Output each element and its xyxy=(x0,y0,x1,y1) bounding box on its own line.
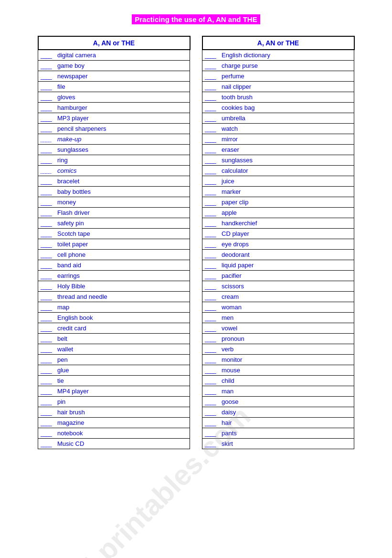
list-item: Music CD xyxy=(38,439,190,449)
list-item: bracelet xyxy=(38,176,190,187)
list-item: mirror xyxy=(202,134,354,145)
list-item: newspaper xyxy=(38,71,190,82)
list-item: Holy Bible xyxy=(38,281,190,292)
list-item: MP3 player xyxy=(38,113,190,124)
list-item: handkerchief xyxy=(202,218,354,229)
list-item: pencil sharpeners xyxy=(38,124,190,134)
list-item: eraser xyxy=(202,145,354,155)
list-item: cream xyxy=(202,292,354,302)
list-item: juice xyxy=(202,176,354,187)
list-item: map xyxy=(38,302,190,313)
left-table: A, AN or THE digital cameragame boynewsp… xyxy=(38,36,191,449)
list-item: cell phone xyxy=(38,250,190,260)
list-item: eye drops xyxy=(202,239,354,250)
list-item: pacifier xyxy=(202,271,354,281)
list-item: calculator xyxy=(202,166,354,176)
list-item: MP4 player xyxy=(38,386,190,397)
list-item: toilet paper xyxy=(38,239,190,250)
list-item: hair brush xyxy=(38,407,190,418)
list-item: pronoun xyxy=(202,334,354,344)
list-item: CD player xyxy=(202,229,354,239)
list-item: digital camera xyxy=(38,50,190,61)
list-item: scissors xyxy=(202,281,354,292)
list-item: woman xyxy=(202,302,354,313)
list-item: magazine xyxy=(38,418,190,428)
list-item: thread and needle xyxy=(38,292,190,302)
list-item: tie xyxy=(38,376,190,386)
list-item: skirt xyxy=(202,439,354,449)
list-item: hamburger xyxy=(38,103,190,113)
list-item: child xyxy=(202,376,354,386)
list-item: verb xyxy=(202,344,354,355)
list-item: perfume xyxy=(202,71,354,82)
list-item: tooth brush xyxy=(202,92,354,103)
list-item: deodorant xyxy=(202,250,354,260)
list-item: file xyxy=(38,82,190,92)
list-item: belt xyxy=(38,334,190,344)
list-item: cookies bag xyxy=(202,103,354,113)
tables-container: A, AN or THE digital cameragame boynewsp… xyxy=(14,36,378,449)
list-item: marker xyxy=(202,187,354,197)
list-item: hair xyxy=(202,418,354,428)
list-item: man xyxy=(202,386,354,397)
right-table: A, AN or THE English dictionarycharge pu… xyxy=(202,36,355,449)
list-item: charge purse xyxy=(202,61,354,71)
list-item: goose xyxy=(202,397,354,407)
list-item: wallet xyxy=(38,344,190,355)
list-item: game boy xyxy=(38,61,190,71)
list-item: safety pin xyxy=(38,218,190,229)
list-item: make-up xyxy=(38,134,190,145)
list-item: Flash driver xyxy=(38,208,190,218)
list-item: credit card xyxy=(38,323,190,334)
list-item: sunglasses xyxy=(38,145,190,155)
list-item: apple xyxy=(202,208,354,218)
list-item: men xyxy=(202,313,354,323)
list-item: watch xyxy=(202,124,354,134)
list-item: nail clipper xyxy=(202,82,354,92)
page-title: Practicing the use of A, AN and THE xyxy=(14,14,378,24)
list-item: English book xyxy=(38,313,190,323)
list-item: English dictionary xyxy=(202,50,354,61)
list-item: umbrella xyxy=(202,113,354,124)
list-item: Scotch tape xyxy=(38,229,190,239)
list-item: mouse xyxy=(202,365,354,376)
list-item: pin xyxy=(38,397,190,407)
right-table-header: A, AN or THE xyxy=(202,36,354,50)
list-item: gloves xyxy=(38,92,190,103)
list-item: sunglasses xyxy=(202,155,354,166)
list-item: paper clip xyxy=(202,197,354,208)
list-item: comics xyxy=(38,166,190,176)
list-item: pants xyxy=(202,428,354,439)
list-item: daisy xyxy=(202,407,354,418)
list-item: vowel xyxy=(202,323,354,334)
list-item: liquid paper xyxy=(202,260,354,271)
list-item: band aid xyxy=(38,260,190,271)
list-item: notebook xyxy=(38,428,190,439)
left-table-header: A, AN or THE xyxy=(38,36,190,50)
list-item: monitor xyxy=(202,355,354,365)
list-item: pen xyxy=(38,355,190,365)
list-item: ring xyxy=(38,155,190,166)
list-item: money xyxy=(38,197,190,208)
list-item: baby bottles xyxy=(38,187,190,197)
list-item: earrings xyxy=(38,271,190,281)
list-item: glue xyxy=(38,365,190,376)
